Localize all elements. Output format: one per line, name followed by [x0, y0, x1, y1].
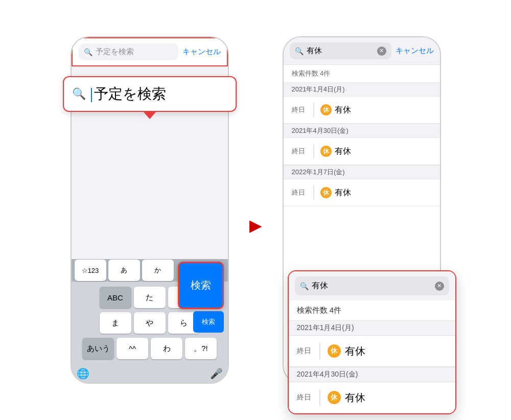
results-count: 検索件数 4件	[284, 65, 440, 82]
right-search-bar[interactable]: 🔍 有休 ✕ キャンセル	[284, 37, 440, 65]
key-aiueo[interactable]: あいう	[82, 338, 114, 359]
result-event-3: 休 有休	[320, 187, 351, 198]
detail-input-wrap[interactable]: 🔍 有休 ✕	[295, 276, 449, 295]
right-search-value: 有休	[307, 46, 322, 56]
search-icon-left: 🔍	[84, 48, 92, 56]
result-item-3[interactable]: 終日 休 有休	[284, 179, 440, 206]
right-cancel-button[interactable]: キャンセル	[396, 46, 434, 56]
detail-icon-label-1: 休	[331, 346, 337, 356]
event-icon-label-3: 休	[323, 189, 329, 197]
search-zoom-text: 予定を検索	[94, 86, 166, 102]
result-event-1: 休 有休	[320, 104, 351, 115]
left-phone-wrapper: 🔍 予定を検索 キャンセル ☆123 あ か ABC た な	[71, 36, 229, 384]
detail-panel: 🔍 有休 ✕ 検索件数 4件 2021年1月4日(月) 終日 休 有休 2021…	[288, 270, 456, 414]
key-wa[interactable]: わ	[151, 338, 182, 359]
detail-label-2: 終日	[297, 393, 312, 402]
key-a[interactable]: あ	[108, 260, 140, 281]
detail-search-bar[interactable]: 🔍 有休 ✕	[289, 271, 455, 300]
key-ma[interactable]: ま	[100, 312, 131, 334]
detail-search-value: 有休	[312, 281, 328, 291]
detail-icon-label-2: 休	[331, 393, 337, 402]
right-search-input-wrapper[interactable]: 🔍 有休 ✕	[290, 42, 391, 59]
event-name-3: 有休	[335, 188, 351, 198]
mic-icon[interactable]: 🎤	[210, 367, 223, 380]
right-phone-wrapper: 🔍 有休 ✕ キャンセル 検索件数 4件 2021年1月4日(月) 終日 休 有…	[283, 36, 441, 384]
result-label-2: 終日	[292, 147, 307, 156]
triangle-down	[143, 111, 157, 119]
key-abc[interactable]: ABC	[100, 287, 131, 308]
event-name-1: 有休	[335, 105, 351, 115]
result-item-1[interactable]: 終日 休 有休	[284, 97, 440, 124]
key-caret[interactable]: ^^	[117, 338, 148, 359]
cursor-bar	[91, 88, 92, 102]
search-cursor-text: 予定を検索	[91, 84, 166, 104]
detail-label-1: 終日	[297, 346, 312, 356]
detail-item-1[interactable]: 終日 休 有休	[289, 336, 455, 367]
event-icon-1: 休	[320, 104, 332, 115]
result-event-2: 休 有休	[320, 146, 351, 157]
detail-item-2[interactable]: 終日 休 有休	[289, 382, 455, 413]
detail-count: 検索件数 4件	[289, 300, 455, 320]
key-ta[interactable]: た	[134, 287, 166, 308]
big-search-label: 検索	[191, 278, 211, 292]
left-search-bar[interactable]: 🔍 予定を検索 キャンセル	[72, 37, 228, 66]
detail-divider-1	[319, 343, 320, 359]
result-divider-2	[313, 144, 314, 158]
left-search-placeholder: 予定を検索	[96, 47, 134, 57]
detail-event-icon-2: 休	[328, 391, 341, 404]
small-search-button[interactable]: 検索	[193, 311, 224, 333]
keyboard-bottom: 🌐 🎤	[72, 364, 228, 383]
small-search-label: 検索	[202, 317, 215, 326]
globe-icon[interactable]: 🌐	[77, 367, 89, 380]
event-icon-3: 休	[320, 187, 332, 198]
result-date-1: 2021年1月4日(月)	[284, 82, 440, 97]
result-divider-3	[313, 185, 314, 200]
detail-event-2: 休 有休	[328, 391, 365, 405]
detail-event-name-2: 有休	[345, 391, 365, 405]
key-ya[interactable]: や	[134, 312, 166, 334]
detail-body: 検索件数 4件 2021年1月4日(月) 終日 休 有休 2021年4月30日(…	[289, 300, 455, 413]
result-item-2[interactable]: 終日 休 有休	[284, 138, 440, 165]
result-label-1: 終日	[292, 105, 307, 114]
result-date-3: 2022年1月7日(金)	[284, 165, 440, 179]
left-search-input-wrapper[interactable]: 🔍 予定を検索	[79, 43, 178, 60]
result-divider-1	[313, 103, 314, 117]
detail-search-icon: 🔍	[300, 282, 309, 290]
event-icon-label-1: 休	[323, 106, 329, 114]
detail-date-2: 2021年4月30日(金)	[289, 367, 455, 382]
search-icon-big: 🔍	[72, 87, 86, 101]
result-date-2: 2021年4月30日(金)	[284, 124, 440, 138]
event-icon-2: 休	[320, 146, 332, 157]
keyboard-area: ☆123 あ か ABC た な ま や ら	[72, 259, 228, 383]
search-zoom-box: 🔍 予定を検索	[63, 76, 237, 112]
search-clear-button[interactable]: ✕	[377, 46, 386, 56]
keyboard-row-3: あいう ^^ わ 。?!	[77, 338, 223, 359]
search-icon-right: 🔍	[295, 47, 304, 55]
detail-event-name-1: 有休	[345, 344, 365, 358]
big-search-button[interactable]: 検索	[178, 262, 224, 309]
key-ka[interactable]: か	[142, 260, 174, 281]
detail-clear-button[interactable]: ✕	[435, 282, 444, 291]
key-123[interactable]: ☆123	[75, 260, 106, 281]
event-icon-label-2: 休	[323, 147, 329, 156]
detail-event-1: 休 有休	[328, 344, 365, 358]
detail-event-icon-1: 休	[328, 344, 341, 358]
left-cancel-button[interactable]: キャンセル	[182, 47, 221, 57]
key-punct[interactable]: 。?!	[185, 338, 217, 359]
result-label-3: 終日	[292, 188, 307, 197]
event-name-2: 有休	[335, 146, 351, 157]
detail-date-1: 2021年1月4日(月)	[289, 320, 455, 336]
arrow-icon: ▶	[249, 216, 262, 235]
detail-divider-2	[319, 389, 320, 406]
